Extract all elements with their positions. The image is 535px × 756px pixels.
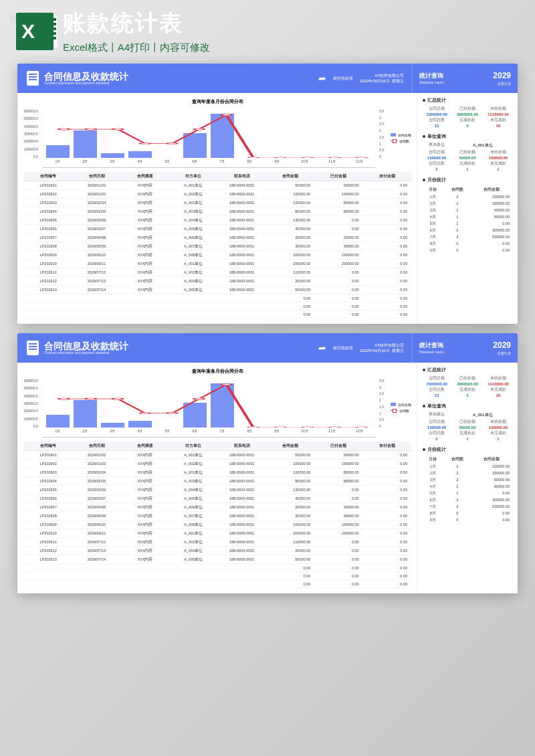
svg-point-23 <box>356 427 367 428</box>
table-row: LP2029022029/01/03XXX内容A_002单位188-0000-0… <box>24 460 411 468</box>
contracts-table: 合同编号合同日期合同摘要对方单位联系电话合同金额已付金额未付金额 LP20290… <box>24 442 411 588</box>
table-row: LP2029022029/01/03XXX内容A_002单位188-0000-0… <box>24 190 411 199</box>
company-name: XX软件有限公司 <box>360 343 404 348</box>
stat-subtitle: Statistical inquiry <box>419 80 445 85</box>
y-axis-right: 3.532.521.510.50 <box>379 108 384 168</box>
table-row: LP2029092029/06/10XXX内容A_008单位188-0000-0… <box>24 521 411 529</box>
svg-point-9 <box>302 157 313 158</box>
svg-point-10 <box>329 157 340 158</box>
table-row: LP2029132029/07/14XXX内容A_005单位188-0000-0… <box>24 555 411 564</box>
table-row: LP2029082029/05/09XXX内容A_007单位188-0000-0… <box>24 242 411 251</box>
svg-point-15 <box>140 412 150 413</box>
date-text: 2022年09月16日 星期五 <box>360 78 404 84</box>
sheet-subtitle: Contract information and payment statist… <box>44 82 128 86</box>
page-title: 账款统计表 <box>63 8 519 39</box>
stat-title: 统计查询 <box>419 342 445 350</box>
contracts-table: 合同编号合同日期合同摘要对方单位联系电话合同金额已付金额未付金额 LP20290… <box>24 172 411 318</box>
svg-point-2 <box>112 128 123 130</box>
svg-point-4 <box>167 143 177 144</box>
goto-link[interactable]: 前往收款表 <box>333 76 353 81</box>
table-row: LP2029122029/07/13XXX内容A_004单位188-0000-0… <box>24 547 411 555</box>
svg-point-21 <box>302 427 313 428</box>
y-axis-right: 3.532.521.510.50 <box>379 377 384 438</box>
svg-point-3 <box>140 143 150 144</box>
excel-sheet: 合同信息及收款统计 Contract information and payme… <box>17 64 518 324</box>
table-row: LP2029072029/04/08XXX内容A_006单位188-0000-0… <box>24 233 411 242</box>
table-row: LP2029072029/04/08XXX内容A_006单位188-0000-0… <box>24 503 411 512</box>
svg-point-7 <box>248 157 259 158</box>
share-icon[interactable]: ➦ <box>318 73 326 84</box>
chart-title: 查询年度各月份合同分布 <box>24 368 411 375</box>
svg-point-6 <box>221 114 232 116</box>
chart-legend: 合同金额 合同数 <box>388 377 411 438</box>
table-row: LP2029042029/02/05XXX内容A_003单位188-0000-0… <box>24 477 411 486</box>
svg-point-13 <box>86 398 96 399</box>
sheet-subtitle: Contract information and payment statist… <box>44 351 128 355</box>
page-subtitle: Excel格式丨A4打印丨内容可修改 <box>63 41 519 54</box>
excel-sheet: 合同信息及收款统计 Contract information and payme… <box>17 333 518 593</box>
share-icon[interactable]: ➦ <box>318 343 326 353</box>
svg-point-20 <box>275 427 286 428</box>
table-row: LP2029122029/07/13XXX内容A_004单位188-0000-0… <box>24 277 411 286</box>
svg-point-17 <box>194 398 205 399</box>
table-row: LP2029082029/05/09XXX内容A_007单位188-0000-0… <box>24 512 411 521</box>
table-row: LP2029032029/02/04XXX内容A_001单位188-0000-0… <box>24 468 411 477</box>
svg-point-12 <box>59 398 70 399</box>
table-row: LP2029032029/02/04XXX内容A_001单位188-0000-0… <box>24 199 411 207</box>
sheet-header: 合同信息及收款统计 Contract information and payme… <box>17 333 518 363</box>
svg-point-8 <box>275 157 286 158</box>
excel-icon: X <box>16 13 54 50</box>
year-value[interactable]: 2029 <box>493 71 511 82</box>
table-row: LP2029112029/07/12XXX内容A_002单位188-0000-0… <box>24 268 411 277</box>
table-row: LP2029052029/03/06XXX内容A_004单位188-0000-0… <box>24 216 411 225</box>
table-row: LP2029012029/01/02XXX内容A_001单位188-0000-0… <box>24 451 411 460</box>
chart-title: 查询年度各月份合同分布 <box>24 98 411 105</box>
svg-point-19 <box>248 427 259 428</box>
stat-title: 统计查询 <box>419 72 445 80</box>
sheet-title: 合同信息及收款统计 <box>44 341 128 351</box>
chart-legend: 合同金额 合同数 <box>388 108 411 168</box>
unit-query-section: 单位查询 查询单位A_001单位合同总额已收款额未收款额150000.00500… <box>423 403 512 441</box>
table-row: 0.000.000.00 <box>24 310 411 318</box>
month-stats-section: 月份统计 月份合同数合同金额1月2150000.002月2330000.003月… <box>423 446 512 523</box>
svg-point-16 <box>167 412 177 413</box>
table-row: LP2029102029/06/11XXX内容A_001单位188-0000-0… <box>24 260 411 268</box>
table-row: LP2029052029/03/06XXX内容A_004单位188-0000-0… <box>24 486 411 494</box>
svg-point-0 <box>59 128 70 130</box>
x-axis: 1月2月3月4月5月6月7月8月9月10月11月12月 <box>46 159 371 167</box>
x-axis: 1月2月3月4月5月6月7月8月9月10月11月12月 <box>46 429 371 437</box>
table-row: LP2029112029/07/12XXX内容A_002单位188-0000-0… <box>24 538 411 547</box>
table-row: 0.000.000.00 <box>24 572 411 580</box>
sheet-title: 合同信息及收款统计 <box>44 72 128 82</box>
table-row: LP2029132029/07/14XXX内容A_005单位188-0000-0… <box>24 286 411 294</box>
stat-subtitle: Statistical inquiry <box>419 350 445 355</box>
svg-point-1 <box>86 128 96 130</box>
document-icon <box>27 71 39 86</box>
table-row: 0.000.000.00 <box>24 302 411 310</box>
year-label: 设置年度 <box>493 82 511 86</box>
table-row: LP2029102029/06/11XXX内容A_001单位188-0000-0… <box>24 529 411 538</box>
svg-point-14 <box>112 398 123 399</box>
table-row: LP2029062029/03/07XXX内容A_005单位188-0000-0… <box>24 225 411 233</box>
table-row: 0.000.000.00 <box>24 294 411 302</box>
summary-section: 汇总统计 合同总额已收款额未收款额1500000.003900000.00111… <box>423 97 512 128</box>
chart: 600000.0500000.0400000.0300000.0200000.0… <box>24 377 411 438</box>
month-stats-section: 月份统计 月份合同数合同金额1月2150000.002月2330000.003月… <box>423 177 512 254</box>
sheet-header: 合同信息及收款统计 Contract information and payme… <box>17 64 518 93</box>
top-banner: X 账款统计表 Excel格式丨A4打印丨内容可修改 <box>0 0 535 60</box>
table-row: 0.000.000.00 <box>24 580 411 588</box>
y-axis-left: 600000.0500000.0400000.0300000.0200000.0… <box>24 108 38 168</box>
table-row: LP2029092029/06/10XXX内容A_008单位188-0000-0… <box>24 251 411 260</box>
date-text: 2022年09月16日 星期五 <box>360 348 404 353</box>
svg-point-5 <box>194 128 205 130</box>
year-value[interactable]: 2029 <box>493 341 511 351</box>
document-icon <box>27 341 39 355</box>
chart: 600000.0500000.0400000.0300000.0200000.0… <box>24 108 411 168</box>
unit-query-section: 单位查询 查询单位A_001单位合同总额已收款额未收款额150000.00500… <box>423 133 512 171</box>
summary-section: 汇总统计 合同总额已收款额未收款额1500000.003900000.00111… <box>423 367 512 397</box>
y-axis-left: 600000.0500000.0400000.0300000.0200000.0… <box>24 377 38 438</box>
table-row: 0.000.000.00 <box>24 564 411 572</box>
svg-point-11 <box>356 157 367 158</box>
goto-link[interactable]: 前往收款表 <box>333 345 353 351</box>
table-row: LP2029012029/01/02XXX内容A_001单位188-0000-0… <box>24 181 411 190</box>
